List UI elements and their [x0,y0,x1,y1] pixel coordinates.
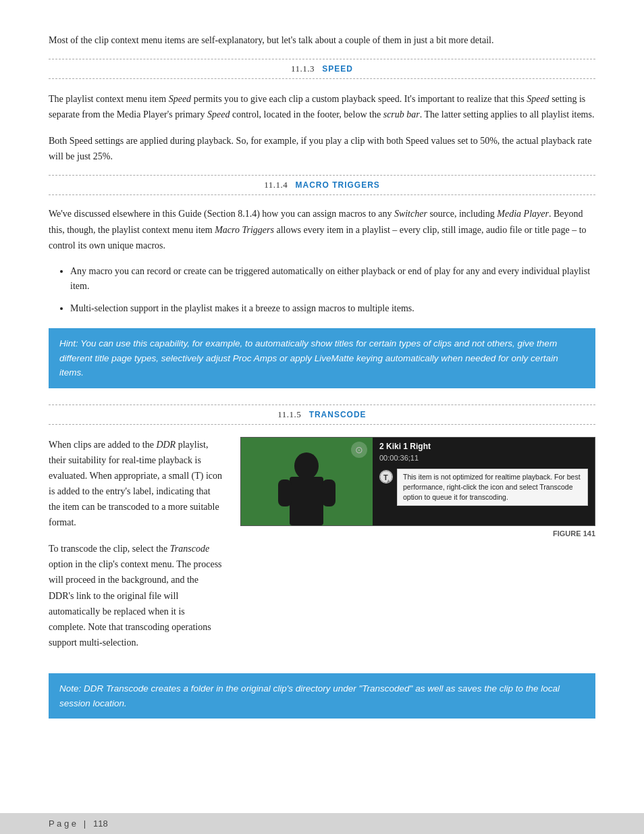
macro-section-num: 11.1.4 [264,180,288,190]
section-macro-header: 11.1.4 MACRO TRIGGERS [49,176,595,194]
transcode-t-icon: T ▲ [379,470,393,484]
transcode-text-col: When clips are added to the DDR playlist… [49,437,224,661]
page-footer: P a g e | 118 [0,813,644,834]
page: Most of the clip context menu items are … [0,0,644,834]
footer-separator: | [84,818,86,829]
figure-tooltip-area: T ▲ This item is not optimized for realt… [373,465,595,511]
macro-bullet-list: Any macro you can record or create can b… [70,264,595,316]
svg-text:⊙: ⊙ [355,444,363,455]
bullet-item-2: Multi-selection support in the playlist … [70,301,595,316]
macro-section-title: MACRO TRIGGERS [295,180,379,190]
footer-page-label: P a g e [49,818,76,829]
figure-top-area: ⊙ 2 Kiki 1 Right 00:00:36;11 [241,438,595,525]
svg-rect-3 [278,479,292,506]
macro-hint-box: Hint: You can use this capability, for e… [49,328,595,388]
transcode-para1: When clips are added to the DDR playlist… [49,437,224,531]
figure-entry-info: 2 Kiki 1 Right 00:00:36;11 T ▲ [373,438,595,525]
macro-intro: We've discussed elsewhere in this Guide … [49,206,595,253]
speed-para2: Both Speed settings are applied during p… [49,133,595,164]
figure-entry-name: 2 Kiki 1 Right [373,438,595,454]
transcode-para2: To transcode the clip, select the Transc… [49,541,224,650]
transcode-content-area: When clips are added to the DDR playlist… [49,437,595,661]
svg-rect-4 [322,479,336,506]
bullet-item-1: Any macro you can record or create can b… [70,264,595,294]
footer-page-number: 118 [93,818,108,829]
figure-video-svg: ⊙ [241,438,373,525]
section-transcode-header: 11.1.5 TRANSCODE [49,405,595,424]
transcode-section-num: 11.1.5 [277,409,301,419]
intro-paragraph: Most of the clip context menu items are … [49,32,595,48]
section-transcode-wrapper: 11.1.5 TRANSCODE [49,405,595,425]
figure-tooltip-text: This item is not optimized for realtime … [397,469,588,506]
figure-entry-time: 00:00:36;11 [373,454,595,462]
speed-para1: The playlist context menu item Speed per… [49,91,595,122]
section-speed-header: 11.1.3 SPEED [49,59,595,78]
svg-text:▲: ▲ [386,478,391,483]
transcode-figure-col: ⊙ 2 Kiki 1 Right 00:00:36;11 [240,437,595,661]
svg-point-1 [294,452,319,479]
svg-rect-2 [290,477,323,525]
section-macro-wrapper: 11.1.4 MACRO TRIGGERS [49,175,595,195]
speed-section-title: SPEED [322,64,353,74]
speed-section-num: 11.1.3 [291,63,315,74]
section-speed-wrapper: 11.1.3 SPEED [49,59,595,79]
figure-141-image: ⊙ 2 Kiki 1 Right 00:00:36;11 [240,437,595,526]
figure-video-panel: ⊙ [241,438,373,525]
figure-caption: FIGURE 141 [240,529,595,538]
transcode-note-box: Note: DDR Transcode creates a folder in … [49,673,595,719]
transcode-section-title: TRANSCODE [309,410,367,419]
